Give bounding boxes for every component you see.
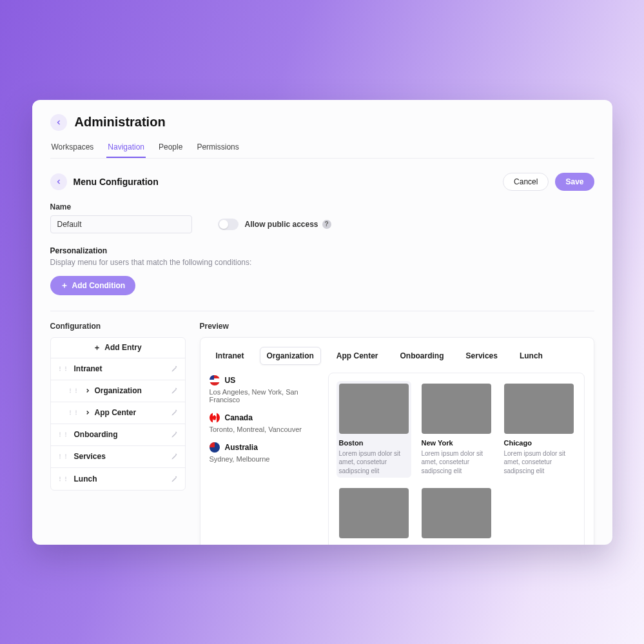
configuration-list: Add Entry ⋮⋮ Intranet ⋮⋮ Organization: [50, 337, 186, 491]
preview-title: Preview: [200, 322, 594, 331]
pencil-icon[interactable]: [171, 387, 179, 395]
pencil-icon[interactable]: [171, 365, 179, 373]
flag-canada-icon: [210, 413, 220, 423]
country-cities: Los Angeles, New York, San Francisco: [210, 388, 319, 404]
grip-icon[interactable]: ⋮⋮: [57, 367, 69, 370]
ptab-lunch[interactable]: Lunch: [513, 347, 549, 364]
admin-window: Administration Workspaces Navigation Peo…: [32, 100, 612, 545]
city-image: [339, 384, 409, 434]
ptab-services[interactable]: Services: [460, 347, 504, 364]
preview-panel: Intranet Organization App Center Onboard…: [200, 337, 594, 545]
city-image: [504, 384, 574, 434]
list-item[interactable]: ⋮⋮ Intranet: [51, 358, 185, 380]
form-row: Name Allow public access ?: [50, 202, 594, 233]
list-item[interactable]: ⋮⋮ App Center: [51, 402, 185, 424]
list-item[interactable]: ⋮⋮ Services: [51, 446, 185, 468]
page-title: Administration: [75, 115, 166, 130]
city-cards: Boston Lorem ipsum dolor sit amet, conse…: [328, 373, 585, 545]
configuration-panel: Configuration Add Entry ⋮⋮ Intranet ⋮⋮ O: [50, 322, 186, 533]
country-name: US: [225, 376, 236, 385]
flag-us-icon: [210, 375, 220, 385]
plus-icon: [93, 344, 101, 351]
main-tabs: Workspaces Navigation People Permissions: [50, 142, 594, 159]
pencil-icon[interactable]: [171, 409, 179, 416]
name-label: Name: [50, 202, 192, 211]
city-name: Chicago: [504, 439, 574, 447]
city-image: [422, 384, 491, 434]
city-name: San Francisco: [422, 543, 491, 545]
list-item-label: App Center: [95, 408, 137, 417]
pencil-icon[interactable]: [171, 453, 179, 460]
city-desc: Lorem ipsum dolor sit amet, consetetur s…: [339, 449, 409, 476]
plus-icon: [61, 282, 68, 289]
list-item-label: Services: [74, 452, 106, 461]
list-item[interactable]: ⋮⋮ Lunch: [51, 468, 185, 490]
country-item[interactable]: Canada: [210, 413, 319, 423]
ptab-appcenter[interactable]: App Center: [330, 347, 385, 364]
ptab-onboarding[interactable]: Onboarding: [394, 347, 451, 364]
city-desc: Lorem ipsum dolor sit amet, consetetur s…: [504, 449, 574, 476]
cancel-button[interactable]: Cancel: [503, 173, 549, 191]
ptab-organization[interactable]: Organization: [260, 347, 321, 365]
name-input[interactable]: [50, 215, 192, 233]
arrow-left-icon: [55, 119, 63, 126]
pencil-icon[interactable]: [171, 475, 179, 483]
city-card[interactable]: San Francisco Lorem ipsum dolor sit amet…: [419, 485, 494, 545]
personalization-subtitle: Display menu for users that match the fo…: [50, 258, 594, 267]
city-image: [339, 488, 409, 538]
sub-header: Menu Configuration Cancel Save: [50, 173, 594, 191]
city-name: New York: [422, 439, 491, 447]
chevron-right-icon: [84, 387, 91, 394]
public-access-row: Allow public access ?: [218, 215, 331, 233]
list-item-label: Lunch: [74, 474, 97, 483]
add-condition-label: Add Condition: [72, 281, 126, 290]
country-cities: Sydney, Melbourne: [210, 455, 319, 463]
list-item-label: Onboarding: [74, 430, 118, 439]
grip-icon[interactable]: ⋮⋮: [57, 433, 69, 436]
add-condition-button[interactable]: Add Condition: [50, 276, 136, 295]
arrow-left-icon: [55, 178, 63, 186]
sub-back-button[interactable]: [50, 173, 67, 190]
add-entry-label: Add Entry: [104, 343, 141, 352]
city-name: Los Angeles: [339, 543, 409, 545]
pencil-icon[interactable]: [171, 431, 179, 438]
personalization-title: Personalization: [50, 246, 594, 255]
list-item[interactable]: ⋮⋮ Organization: [51, 380, 185, 402]
city-card[interactable]: New York Lorem ipsum dolor sit amet, con…: [419, 381, 494, 478]
country-item[interactable]: US: [210, 375, 319, 385]
country-item[interactable]: Australia: [210, 442, 319, 453]
ptab-intranet[interactable]: Intranet: [210, 347, 251, 364]
sub-title: Menu Configuration: [73, 177, 159, 187]
add-entry-button[interactable]: Add Entry: [51, 338, 185, 358]
chevron-right-icon: [84, 409, 91, 416]
city-card[interactable]: Chicago Lorem ipsum dolor sit amet, cons…: [502, 381, 576, 478]
country-list: US Los Angeles, New York, San Francisco …: [210, 373, 319, 545]
city-card[interactable]: Los Angeles Lorem ipsum dolor sit amet, …: [337, 485, 411, 545]
help-icon[interactable]: ?: [322, 220, 331, 229]
city-name: Boston: [339, 439, 409, 447]
list-item-label: Intranet: [74, 364, 102, 373]
name-field: Name: [50, 202, 192, 233]
tab-permissions[interactable]: Permissions: [195, 142, 240, 158]
city-card[interactable]: Boston Lorem ipsum dolor sit amet, conse…: [337, 381, 411, 478]
personalization: Personalization Display menu for users t…: [50, 246, 594, 295]
save-button[interactable]: Save: [555, 173, 594, 191]
city-desc: Lorem ipsum dolor sit amet, consetetur s…: [422, 449, 491, 476]
public-access-toggle[interactable]: [218, 219, 239, 230]
divider: [50, 311, 594, 311]
tab-workspaces[interactable]: Workspaces: [50, 142, 95, 158]
city-image: [422, 488, 491, 538]
tab-people[interactable]: People: [157, 142, 184, 158]
configuration-title: Configuration: [50, 322, 186, 331]
list-item[interactable]: ⋮⋮ Onboarding: [51, 424, 185, 446]
grip-icon[interactable]: ⋮⋮: [57, 455, 69, 458]
country-name: Australia: [225, 443, 258, 452]
list-item-label: Organization: [95, 386, 142, 395]
grip-icon[interactable]: ⋮⋮: [68, 389, 79, 392]
grip-icon[interactable]: ⋮⋮: [57, 478, 69, 480]
grip-icon[interactable]: ⋮⋮: [68, 411, 79, 414]
tab-navigation[interactable]: Navigation: [106, 142, 146, 158]
country-name: Canada: [225, 413, 253, 422]
country-cities: Toronto, Montreal, Vancouver: [210, 425, 319, 433]
back-button[interactable]: [50, 114, 67, 131]
